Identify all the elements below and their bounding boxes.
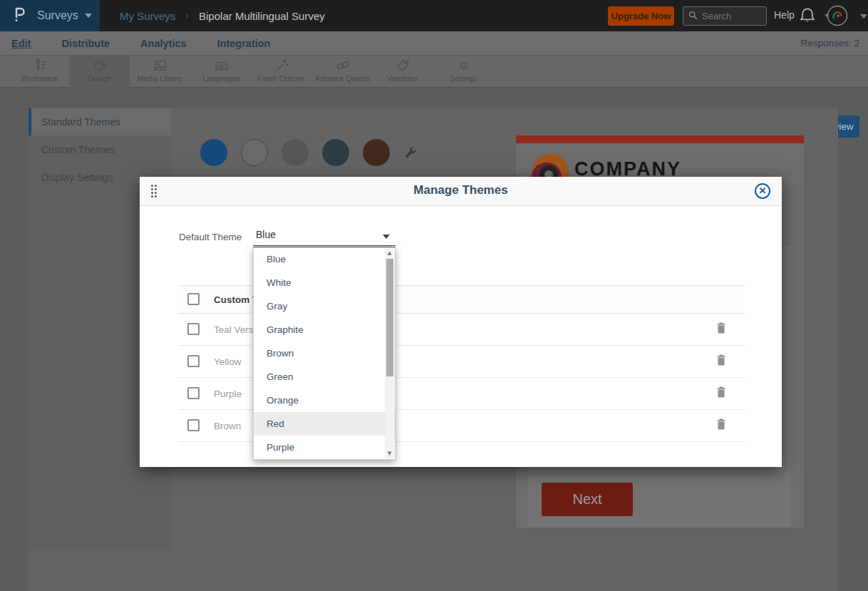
- trash-icon[interactable]: [715, 354, 727, 369]
- theme-swatch-blue[interactable]: [200, 139, 227, 166]
- questionpro-logo-icon: [11, 6, 27, 26]
- dropdown-scrollbar[interactable]: ▲ ▼: [385, 248, 394, 458]
- toolbar-item-languages[interactable]: Languages: [191, 56, 252, 88]
- sidebar-item-standard-themes[interactable]: Standard Themes: [29, 108, 171, 135]
- edit-toolbar: Workspace Design Media Library Languages…: [0, 56, 868, 88]
- theme-name: Yellow: [214, 356, 242, 367]
- default-theme-select[interactable]: Blue: [253, 225, 396, 246]
- upgrade-now-label: Upgrade Now: [611, 11, 671, 21]
- theme-name: Purple: [214, 389, 242, 399]
- tab-analytics[interactable]: Analytics: [140, 38, 186, 49]
- dropdown-option-purple[interactable]: Purple: [254, 436, 395, 459]
- preview-header-bar: [516, 135, 804, 143]
- avatar[interactable]: [827, 5, 848, 26]
- dropdown-option-blue[interactable]: Blue: [254, 247, 395, 271]
- scroll-down-icon[interactable]: ▼: [385, 451, 394, 456]
- toolbar-item-design[interactable]: Design: [69, 56, 130, 88]
- dropdown-option-gray[interactable]: Gray: [254, 294, 395, 318]
- toolbar-label: Finish Options: [257, 74, 305, 83]
- scroll-up-icon[interactable]: ▲: [385, 250, 394, 256]
- wrench-icon[interactable]: [403, 145, 418, 163]
- toolbar-label: Workspace: [21, 74, 58, 83]
- theme-swatch-brown[interactable]: [363, 139, 390, 166]
- dropdown-option-brown[interactable]: Brown: [254, 341, 395, 365]
- toolbar-item-workspace[interactable]: Workspace: [9, 56, 70, 88]
- tab-integration[interactable]: Integration: [217, 38, 271, 49]
- breadcrumb-parent[interactable]: My Surveys: [120, 10, 175, 22]
- trash-icon[interactable]: [715, 386, 727, 401]
- modal-title: Manage Themes: [140, 183, 782, 197]
- help-link[interactable]: Help: [774, 9, 795, 21]
- trash-icon[interactable]: [715, 418, 727, 433]
- dropdown-option-orange[interactable]: Orange: [254, 389, 395, 412]
- avatar-chevron-icon[interactable]: [860, 14, 867, 19]
- toolbar-label: Settings: [450, 74, 477, 83]
- default-theme-value: Blue: [256, 229, 276, 240]
- toolbar-label: Design: [88, 74, 111, 83]
- theme-name: Brown: [214, 421, 241, 431]
- theme-swatch-white[interactable]: [241, 139, 268, 166]
- dropdown-option-graphite[interactable]: Graphite: [254, 318, 395, 341]
- tab-edit[interactable]: Edit: [11, 38, 31, 49]
- toolbar-label: Variables: [387, 74, 418, 83]
- dropdown-option-red[interactable]: Red: [254, 412, 395, 436]
- row-checkbox[interactable]: [187, 355, 200, 367]
- top-navbar: Surveys My Surveys › Bipolar Multilingua…: [0, 0, 868, 31]
- toolbar-item-variables[interactable]: Variables: [372, 56, 433, 88]
- toolbar-item-media-library[interactable]: Media Library: [130, 56, 190, 88]
- close-icon[interactable]: ✕: [755, 183, 770, 199]
- survey-tabs: Edit Distribute Analytics Integration Re…: [0, 31, 868, 56]
- product-name: Surveys: [37, 9, 78, 22]
- manage-themes-modal: Manage Themes ✕ Default Theme Blue Custo…: [140, 177, 782, 467]
- breadcrumb: My Surveys › Bipolar Multilingual Survey: [120, 0, 325, 31]
- dropdown-option-white[interactable]: White: [254, 271, 395, 294]
- toolbar-label: Languages: [203, 74, 240, 83]
- toolbar-item-advance-quotas[interactable]: Advance Quotas: [312, 56, 373, 88]
- toolbar-item-settings[interactable]: Settings: [433, 56, 494, 88]
- default-theme-label: Default Theme: [179, 232, 242, 242]
- theme-swatch-graphite[interactable]: [322, 139, 349, 166]
- tab-distribute[interactable]: Distribute: [61, 38, 110, 49]
- trash-icon[interactable]: [715, 322, 727, 337]
- notifications-bell-icon[interactable]: [800, 7, 815, 27]
- breadcrumb-current: Bipolar Multilingual Survey: [199, 10, 325, 22]
- product-switcher[interactable]: Surveys: [0, 0, 100, 31]
- sidebar-item-custom-themes[interactable]: Custom Themes: [29, 135, 171, 163]
- next-label: Next: [572, 491, 601, 508]
- search-input[interactable]: [702, 11, 759, 21]
- chevron-down-icon: [85, 14, 92, 18]
- row-checkbox[interactable]: [187, 387, 200, 399]
- toolbar-label: Media Library: [138, 74, 183, 83]
- scrollbar-thumb[interactable]: [386, 259, 393, 376]
- select-all-checkbox[interactable]: [187, 293, 200, 305]
- responses-count[interactable]: Responses: 2: [800, 38, 859, 48]
- row-checkbox[interactable]: [187, 419, 200, 431]
- theme-swatch-gray[interactable]: [281, 139, 309, 166]
- theme-name: Teal Versi: [214, 324, 256, 335]
- next-button[interactable]: Next: [542, 483, 633, 516]
- theme-dropdown-list: Blue White Gray Graphite Brown Green Ora…: [253, 247, 396, 460]
- row-checkbox[interactable]: [187, 323, 200, 335]
- toolbar-label: Advance Quotas: [315, 74, 371, 83]
- chevron-down-icon: [383, 235, 390, 239]
- toolbar-item-finish-options[interactable]: Finish Options: [251, 56, 311, 88]
- breadcrumb-separator: ›: [185, 10, 189, 21]
- dropdown-option-green[interactable]: Green: [254, 365, 395, 389]
- global-search[interactable]: [683, 6, 767, 26]
- upgrade-now-button[interactable]: Upgrade Now: [608, 6, 674, 26]
- search-icon: [688, 10, 698, 23]
- modal-header: Manage Themes ✕: [140, 177, 782, 206]
